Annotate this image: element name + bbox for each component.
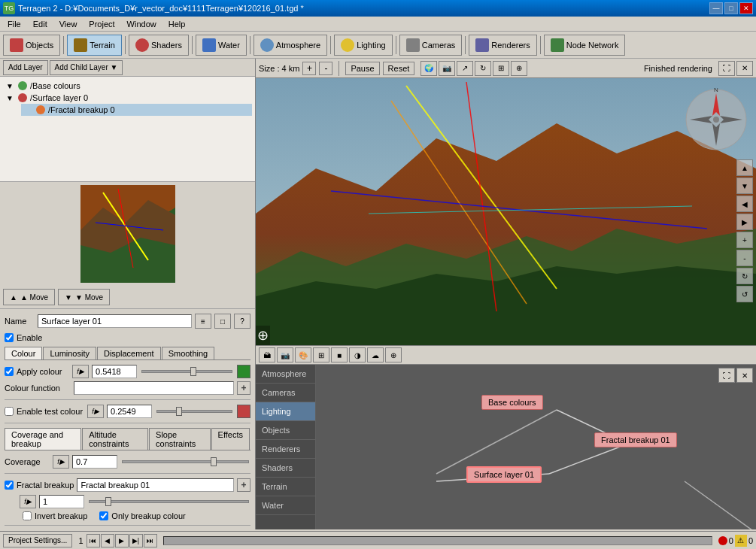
tree-item-fractal[interactable]: /Fractal breakup 0 <box>21 104 252 116</box>
node-sidebar-lighting[interactable]: Lighting <box>256 402 315 421</box>
tab-slope[interactable]: Slope constraints <box>149 428 210 450</box>
menu-file[interactable]: File <box>2 18 27 30</box>
test-colour-input[interactable] <box>107 405 152 418</box>
project-settings-button[interactable]: Project Settings... <box>3 534 72 547</box>
nav-globe-icon[interactable]: 🌍 <box>421 61 437 76</box>
fractal-breakup-add-btn[interactable]: + <box>237 478 250 492</box>
test-colour-checkbox[interactable] <box>5 407 14 416</box>
node-expand-btn[interactable]: ⛶ <box>718 368 735 383</box>
tab-colour[interactable]: Colour <box>5 347 42 359</box>
node-sidebar-renderers[interactable]: Renderers <box>256 440 315 459</box>
solid-view-btn[interactable]: ■ <box>331 347 348 362</box>
test-colour-swatch[interactable] <box>237 405 250 418</box>
coverage-func-icon[interactable]: f▶ <box>53 455 69 469</box>
test-colour-slider[interactable] <box>156 410 232 413</box>
prop-icon-btn2[interactable]: □ <box>214 314 231 329</box>
apply-colour-input[interactable] <box>92 365 137 378</box>
play-first-btn[interactable]: ⏮ <box>87 534 100 547</box>
play-btn[interactable]: ▶ <box>115 534 129 547</box>
colour-function-add-btn[interactable]: + <box>237 381 250 395</box>
play-last-btn[interactable]: ⏭ <box>144 534 157 547</box>
node-network-button[interactable]: Node Network <box>544 35 626 56</box>
node-surface-layer[interactable]: Surface layer 01 <box>466 466 542 483</box>
nav-arrow-icon[interactable]: ↗ <box>457 61 473 76</box>
apply-colour-checkbox[interactable] <box>5 367 14 376</box>
fractal-breakup-checkbox[interactable] <box>5 481 14 490</box>
nav-rotate-icon[interactable]: ↻ <box>475 61 491 76</box>
enable-checkbox[interactable] <box>5 333 14 342</box>
colour-function-input[interactable] <box>74 381 234 395</box>
node-base-colours[interactable]: Base colours <box>481 395 543 410</box>
fractal-slider[interactable] <box>89 500 249 503</box>
add-layer-button[interactable]: Add Layer <box>3 60 48 75</box>
nav-rot-cw-btn[interactable]: ↻ <box>736 268 753 284</box>
minimize-button[interactable]: — <box>709 2 723 14</box>
nav-zoom-in-btn[interactable]: + <box>736 232 753 248</box>
func-icon2[interactable]: f▶ <box>87 405 104 418</box>
objects-button[interactable]: Objects <box>3 35 60 56</box>
nav-zoom-icon[interactable]: ⊕ <box>511 61 527 76</box>
wire-view-btn[interactable]: ⊞ <box>313 347 329 362</box>
menu-window[interactable]: Window <box>121 18 162 30</box>
shaders-button[interactable]: Shaders <box>129 35 189 56</box>
atmosphere-button[interactable]: Atmosphere <box>254 35 327 56</box>
play-next-btn[interactable]: ▶| <box>129 534 143 547</box>
shade-view-btn[interactable]: ◑ <box>349 347 366 362</box>
nav-right-btn[interactable]: ▶ <box>736 214 753 230</box>
size-minus-btn[interactable]: + <box>302 62 316 75</box>
name-input[interactable] <box>38 314 192 328</box>
node-sidebar-cameras[interactable]: Cameras <box>256 384 315 402</box>
node-sidebar-shaders[interactable]: Shaders <box>256 459 315 478</box>
only-breakup-checkbox[interactable] <box>99 511 108 520</box>
close-button[interactable]: ✕ <box>739 2 753 14</box>
tab-coverage[interactable]: Coverage and breakup <box>5 428 81 450</box>
nav-grid-icon[interactable]: ⊞ <box>493 61 509 76</box>
move-down-button[interactable]: ▼ ▼ Move <box>58 289 110 305</box>
nav-down-btn[interactable]: ▼ <box>736 177 753 194</box>
overlay-view-btn[interactable]: ⊕ <box>385 347 402 362</box>
fractal-breakup-input[interactable] <box>77 478 234 492</box>
fractal-value-input[interactable] <box>39 495 84 508</box>
tree-item-surface-layer[interactable]: ▼ /Surface layer 0 <box>3 92 252 104</box>
func-icon1[interactable]: f▶ <box>72 365 89 378</box>
maximize-button[interactable]: □ <box>724 2 738 14</box>
node-sidebar-objects[interactable]: Objects <box>256 421 315 440</box>
menu-view[interactable]: View <box>53 18 83 30</box>
water-button[interactable]: Water <box>196 35 247 56</box>
nav-left-btn[interactable]: ◀ <box>736 196 753 212</box>
node-sidebar-atmosphere[interactable]: Atmosphere <box>256 365 315 384</box>
tab-effects[interactable]: Effects <box>211 428 250 450</box>
play-prev-btn[interactable]: ◀ <box>101 534 114 547</box>
node-sidebar-water[interactable]: Water <box>256 496 315 515</box>
terrain-button[interactable]: Terrain <box>67 35 122 56</box>
size-plus-btn[interactable]: - <box>319 62 332 75</box>
menu-edit[interactable]: Edit <box>27 18 53 30</box>
cameras-button[interactable]: Cameras <box>399 35 463 56</box>
menu-project[interactable]: Project <box>83 18 120 30</box>
vp-expand-btn[interactable]: ⛶ <box>718 61 735 76</box>
menu-help[interactable]: Help <box>162 18 192 30</box>
nav-camera-icon[interactable]: 📷 <box>439 61 455 76</box>
tree-item-base-colours[interactable]: ▼ /Base colours <box>3 80 252 92</box>
prop-help-btn[interactable]: ? <box>234 314 250 329</box>
prop-icon-btn1[interactable]: ≡ <box>195 314 211 329</box>
add-child-layer-button[interactable]: Add Child Layer ▼ <box>50 60 123 75</box>
fractal-func-icon[interactable]: f▶ <box>20 495 36 508</box>
colour-swatch[interactable] <box>237 365 250 378</box>
tab-altitude[interactable]: Altitude constraints <box>82 428 148 450</box>
coverage-slider[interactable] <box>122 460 249 463</box>
nav-up-btn[interactable]: ▲ <box>736 159 753 176</box>
node-close-btn[interactable]: ✕ <box>736 368 753 383</box>
move-up-button[interactable]: ▲ ▲ Move <box>3 289 55 305</box>
reset-button[interactable]: Reset <box>383 62 415 75</box>
coverage-input[interactable] <box>72 455 117 469</box>
tab-smoothing[interactable]: Smoothing <box>162 347 215 359</box>
nav-rot-ccw-btn[interactable]: ↺ <box>736 286 753 302</box>
vp-close-btn[interactable]: ✕ <box>736 61 753 76</box>
tab-displacement[interactable]: Displacement <box>97 347 161 359</box>
shadow-view-btn[interactable]: ☁ <box>367 347 384 362</box>
render-view-btn[interactable]: 📷 <box>277 347 293 362</box>
color-view-btn[interactable]: 🎨 <box>295 347 311 362</box>
lighting-button[interactable]: Lighting <box>334 35 393 56</box>
compass-widget[interactable]: N <box>682 86 750 155</box>
